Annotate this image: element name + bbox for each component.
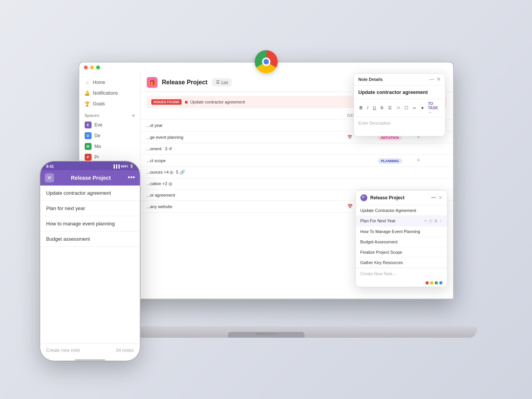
trophy-icon: 🏆	[85, 101, 90, 107]
note-title: Update contractor agreement	[354, 85, 445, 99]
mobile-note-item-4[interactable]: Budget assessment	[40, 232, 140, 247]
underline-button[interactable]: U	[372, 105, 377, 111]
note-close-icon[interactable]: ✕	[437, 77, 440, 82]
add-icon[interactable]: +	[440, 218, 442, 223]
space-avatar-de: D	[85, 132, 92, 139]
note-detail-icons: — ✕	[430, 77, 440, 82]
note-list-item-1[interactable]: Update Contractor Agreement	[356, 205, 447, 216]
mobile-create-note[interactable]: Create new note	[46, 348, 80, 353]
more-icon[interactable]: •••	[431, 195, 436, 200]
note-description[interactable]: Enter Description	[354, 117, 445, 136]
spaces-toggle-icon[interactable]: ∨	[132, 113, 135, 118]
task-name: ...ct scope	[147, 158, 347, 163]
issues-badge: ISSUES FOUND	[151, 99, 182, 105]
note-detail-header: Note Details — ✕	[354, 74, 445, 85]
task-name: ...ge event planning	[147, 135, 347, 140]
mobile-close-button[interactable]: ✕	[45, 173, 54, 182]
note-list-item-6[interactable]: Gather Key Resources	[356, 258, 447, 268]
note-detail-popup: Note Details — ✕ Update contractor agree…	[354, 73, 445, 136]
note-list-item-2[interactable]: Plan For Next Year ✏ ⊟ 🗑 +	[356, 216, 447, 227]
table-row[interactable]: ...cation +2 ◎	[141, 178, 453, 190]
view-tab-list[interactable]: ☰ List	[212, 78, 232, 86]
table-row[interactable]: ...ct scope PLANNING ⚑	[141, 155, 453, 167]
note-minimize-icon[interactable]: —	[430, 77, 434, 82]
mobile-project-title: Release Project	[57, 175, 125, 181]
project-title: Release Project	[162, 79, 208, 86]
strikethrough-button[interactable]: S	[379, 105, 384, 111]
space-item-de[interactable]: D De	[79, 130, 140, 141]
traffic-light-close[interactable]	[84, 66, 88, 69]
mobile-note-item-3[interactable]: How to manage event planning	[40, 216, 140, 232]
to-task-button[interactable]: TO TASK →	[428, 102, 440, 114]
space-avatar-pr: P	[85, 154, 92, 161]
release-popup-header: 🔍 Release Project ••• ✕	[356, 190, 447, 205]
mobile-more-button[interactable]: •••	[128, 174, 135, 182]
bell-icon: 🔔	[85, 90, 90, 96]
space-avatar-eve: E	[85, 122, 92, 128]
checkbox-button[interactable]: ☐	[403, 105, 409, 111]
list-icon: ☰	[216, 80, 220, 85]
task-name: ...or agreement	[147, 193, 347, 197]
space-label-pr: Pr	[95, 154, 99, 160]
delete-icon[interactable]: 🗑	[434, 218, 438, 223]
mobile-note-list: Update contractor agreement Plan for nex…	[40, 186, 140, 343]
search-icon[interactable]: 🔍	[360, 194, 367, 201]
sidebar-label-home: Home	[93, 80, 105, 85]
note-list-item-4[interactable]: Budget Assessment	[356, 237, 447, 247]
note-list-item-5[interactable]: Finalize Project Scope	[356, 247, 447, 258]
task-name: ...ources +4 ◎ 5 🔗	[147, 170, 347, 175]
space-avatar-ma: M	[85, 143, 92, 150]
star-button[interactable]: ★	[419, 105, 426, 111]
mobile-note-count: 34 notes	[116, 348, 133, 353]
task-name: ...cation +2 ◎	[147, 181, 347, 186]
chrome-logo	[255, 50, 278, 73]
mobile-time: 9:41	[46, 164, 54, 169]
spaces-section: Spaces ∨	[79, 109, 140, 120]
note-label: Gather Key Resources	[360, 260, 403, 265]
space-label-ma: Ma	[95, 144, 101, 149]
task-name: ...sment 3 ↺	[147, 146, 347, 151]
mobile-handle	[75, 359, 105, 361]
mobile-device: 9:41 ▐▐▐ WiFi 🔋 ✕ Release Project ••• Up…	[40, 161, 140, 361]
note-list-item-3[interactable]: How To Manage Event Planning	[356, 227, 447, 237]
italic-button[interactable]: I	[366, 105, 369, 111]
dot-yellow	[430, 281, 433, 284]
release-notes-popup: 🔍 Release Project ••• ✕ Update Contracto…	[355, 190, 447, 287]
mobile-note-item-1[interactable]: Update contractor agreement	[40, 186, 140, 201]
sidebar-item-goals[interactable]: 🏆 Goals	[79, 99, 140, 109]
space-item-eve[interactable]: E Eve	[79, 120, 140, 130]
table-row[interactable]: ...ources +4 ◎ 5 🔗	[141, 167, 453, 178]
task-stage: PLANNING	[378, 158, 416, 163]
traffic-lights	[84, 66, 100, 69]
sidebar-item-home[interactable]: ⌂ Home	[79, 77, 140, 88]
dot-red	[426, 281, 429, 284]
copy-icon[interactable]: ⊟	[429, 218, 432, 223]
close-icon[interactable]: ✕	[439, 195, 442, 200]
task-priority: ⚑	[416, 158, 447, 163]
list-label: List	[221, 80, 228, 85]
home-icon: ⌂	[85, 80, 90, 85]
sidebar-item-notifications[interactable]: 🔔 Notifications	[79, 88, 140, 99]
macbook-label: MacBook Pro	[255, 332, 276, 336]
edit-icon[interactable]: ✏	[424, 218, 427, 223]
ordered-list-button[interactable]: :=	[395, 105, 401, 111]
task-name: ...any website	[147, 204, 347, 209]
note-toolbar: B I U S ☰ := ☐ ∞ ★ TO TASK →	[354, 99, 445, 117]
note-label: Update Contractor Agreement	[360, 208, 416, 213]
spaces-label: Spaces	[85, 113, 100, 118]
popup-actions: ••• ✕	[431, 195, 442, 200]
popup-footer	[356, 279, 447, 287]
space-label-de: De	[95, 133, 100, 138]
table-row[interactable]: ...sment 3 ↺	[141, 143, 453, 155]
create-note-input[interactable]: Create New Note...	[356, 268, 447, 279]
mobile-note-item-2[interactable]: Plan for next year	[40, 201, 140, 216]
link-button[interactable]: ∞	[412, 105, 417, 111]
bold-button[interactable]: B	[358, 105, 364, 111]
traffic-light-minimize[interactable]	[90, 66, 94, 69]
unordered-list-button[interactable]: ☰	[387, 105, 393, 111]
note-detail-title: Note Details	[358, 77, 383, 82]
space-item-ma[interactable]: M Ma	[79, 141, 140, 152]
note-label: Budget Assessment	[360, 240, 398, 244]
traffic-light-fullscreen[interactable]	[96, 66, 100, 69]
space-item-pr[interactable]: P Pr	[79, 152, 140, 163]
